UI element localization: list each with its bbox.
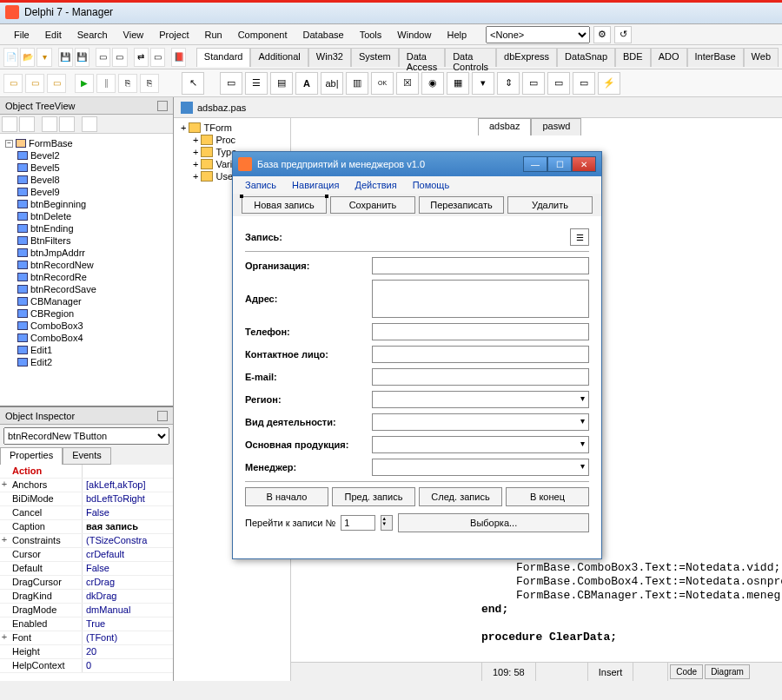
tree-item[interactable]: Bevel2 — [3, 149, 169, 162]
fmenu-record[interactable]: Запись — [238, 178, 283, 192]
product-combo[interactable] — [372, 436, 589, 453]
comp-scrollbar[interactable]: ⇕ — [497, 72, 520, 95]
ptab-ado[interactable]: ADO — [651, 48, 687, 67]
tree-item[interactable]: CBManager — [3, 295, 169, 307]
menu-window[interactable]: Window — [390, 27, 438, 43]
tree-item[interactable]: btnRecordRe — [3, 271, 169, 283]
tree-item[interactable]: btnBeginning — [3, 198, 169, 210]
object-tree[interactable]: −FormBase Bevel2Bevel5Bevel8Bevel9btnBeg… — [0, 134, 173, 406]
prop-row[interactable]: +Constraints(TSizeConstra — [0, 534, 173, 548]
comp-listbox[interactable]: ▦ — [447, 72, 469, 95]
tree-item[interactable]: Edit1 — [3, 344, 169, 356]
tel-input[interactable] — [372, 323, 589, 340]
prop-row[interactable]: CancelFalse — [0, 506, 173, 520]
comp-groupbox[interactable]: ▭ — [522, 72, 545, 95]
org-input[interactable] — [372, 257, 589, 274]
tree-item[interactable]: ComboBox4 — [3, 332, 169, 344]
menu-file[interactable]: File — [7, 27, 36, 43]
btn-save[interactable]: Сохранить — [330, 196, 415, 214]
email-input[interactable] — [372, 368, 589, 386]
menu-view[interactable]: View — [116, 27, 151, 43]
view-btn1[interactable]: ▭ — [3, 74, 23, 93]
minimize-button[interactable]: — — [523, 156, 547, 172]
fmenu-help[interactable]: Помощь — [406, 178, 457, 192]
menu-run[interactable]: Run — [197, 27, 229, 43]
ptab-win32[interactable]: Win32 — [308, 48, 351, 67]
ptab-standard[interactable]: Standard — [196, 48, 251, 67]
units-btn[interactable]: ▭ — [96, 48, 110, 67]
tool-btn-2[interactable]: ↺ — [614, 26, 632, 43]
inspector-tab-events[interactable]: Events — [63, 447, 111, 465]
tree-tb5[interactable] — [82, 116, 97, 132]
btn-end[interactable]: В конец — [506, 487, 589, 506]
region-combo[interactable] — [372, 391, 589, 408]
form-titlebar[interactable]: База предприятий и менеджеров v1.0 — ☐ ✕ — [233, 152, 601, 176]
view-btn2[interactable]: ▭ — [25, 74, 44, 93]
ptab-web[interactable]: Web — [744, 48, 779, 67]
tree-item[interactable]: btnRecordNew — [3, 259, 169, 271]
comp-edit[interactable]: ab| — [321, 72, 343, 95]
prop-row[interactable]: +Anchors[akLeft,akTop] — [0, 479, 173, 492]
menu-project[interactable]: Project — [152, 27, 196, 43]
inspector-object-combo[interactable]: btnRecordNew TButton — [3, 427, 169, 445]
ptab-dbexpress[interactable]: dbExpress — [496, 48, 557, 67]
jump-spinner[interactable]: ▲▼ — [381, 515, 393, 531]
help-btn[interactable]: 📕 — [171, 48, 186, 67]
contact-input[interactable] — [372, 346, 589, 363]
prop-row[interactable]: DragModedmManual — [0, 604, 173, 617]
btn-rewrite[interactable]: Перезаписать — [419, 196, 504, 214]
tree-tb3[interactable] — [42, 116, 57, 132]
comp-memo[interactable]: ▥ — [346, 72, 368, 95]
comp-frame[interactable]: ▭ — [220, 72, 242, 95]
menu-database[interactable]: Database — [296, 27, 351, 43]
activity-combo[interactable] — [372, 413, 589, 431]
menu-search[interactable]: Search — [70, 27, 115, 43]
ptab-datacontrols[interactable]: Data Controls — [445, 48, 496, 67]
prop-row[interactable]: DefaultFalse — [0, 562, 173, 576]
comp-radiogroup[interactable]: ▭ — [547, 72, 570, 95]
toggle-btn[interactable]: ⇄ — [134, 48, 149, 67]
jump-input[interactable] — [341, 515, 375, 531]
ptab-additional[interactable]: Additional — [250, 48, 308, 67]
tree-item[interactable]: BtnFilters — [3, 234, 169, 247]
new-btn[interactable]: 📄 — [3, 48, 18, 67]
btn-next[interactable]: След. запись — [419, 487, 502, 506]
fmenu-actions[interactable]: Действия — [348, 178, 403, 192]
addr-input[interactable] — [372, 280, 589, 318]
tree-item[interactable]: btnEnding — [3, 222, 169, 234]
comp-button[interactable]: OK — [371, 72, 394, 95]
close-button[interactable]: ✕ — [572, 156, 596, 172]
comp-checkbox[interactable]: ☒ — [396, 72, 419, 95]
prop-row[interactable]: DragKinddkDrag — [0, 590, 173, 604]
prop-row[interactable]: HelpContext0 — [0, 659, 173, 673]
tree-item[interactable]: ComboBox3 — [3, 320, 169, 332]
comp-panel[interactable]: ▭ — [573, 72, 595, 95]
btn-delete[interactable]: Удалить — [507, 196, 593, 214]
btn-begin[interactable]: В начало — [245, 487, 328, 506]
prop-row[interactable]: Action — [0, 465, 173, 479]
ptab-datasnap[interactable]: DataSnap — [557, 48, 615, 67]
menu-edit[interactable]: Edit — [38, 27, 69, 43]
property-grid[interactable]: Action+Anchors[akLeft,akTop]BiDiModebdLe… — [0, 465, 173, 681]
code-editor[interactable]: FormBase.ComboBox3.Text:=Notedata.vidd; … — [478, 558, 778, 662]
step2-btn[interactable]: ⎘ — [140, 74, 159, 93]
prop-row[interactable]: Height20 — [0, 645, 173, 659]
record-icon[interactable]: ☰ — [570, 228, 589, 246]
pin-icon-2[interactable] — [157, 411, 168, 421]
prop-row[interactable]: CursorcrDefault — [0, 548, 173, 562]
tree-item[interactable]: btnJmpAddrr — [3, 247, 169, 259]
tree-root[interactable]: −FormBase — [3, 137, 169, 149]
comp-mainmenu[interactable]: ☰ — [245, 72, 268, 95]
saveall-btn[interactable]: 💾 — [75, 48, 89, 67]
tree-item[interactable]: Edit2 — [3, 356, 169, 368]
inspector-tab-props[interactable]: Properties — [0, 447, 63, 465]
ptab-bde[interactable]: BDE — [615, 48, 651, 67]
prop-row[interactable]: EnabledTrue — [0, 617, 173, 631]
newform-btn[interactable]: ▭ — [150, 48, 165, 67]
open2-btn[interactable]: ▾ — [36, 48, 51, 67]
btn-select[interactable]: Выборка... — [398, 513, 589, 532]
comp-actionlist[interactable]: ⚡ — [598, 72, 620, 95]
tree-item[interactable]: btnRecordSave — [3, 283, 169, 295]
editor-tab[interactable]: adsbaz.pas — [174, 97, 782, 118]
ptab-interbase[interactable]: InterBase — [687, 48, 744, 67]
